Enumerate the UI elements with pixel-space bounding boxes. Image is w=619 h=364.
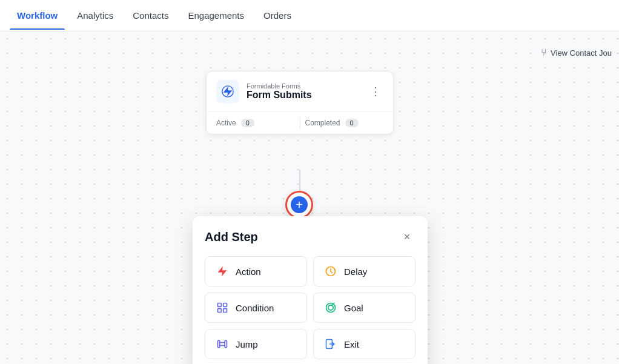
completed-label: Completed xyxy=(305,119,340,127)
stat-divider xyxy=(300,117,300,129)
view-contact-journey-button[interactable]: ⑂ View Contact Jou xyxy=(534,44,619,62)
card-footer: Active 0 Completed 0 xyxy=(207,111,393,134)
jump-icon xyxy=(215,337,230,351)
workflow-canvas: ⑂ View Contact Jou Formidable Forms Form… xyxy=(0,31,619,364)
workflow-card: Formidable Forms Form Submits ⋮ Active 0… xyxy=(206,71,394,134)
card-menu-button[interactable]: ⋮ xyxy=(368,82,383,101)
step-options-grid: Action Delay xyxy=(205,256,415,359)
svg-point-7 xyxy=(326,303,336,313)
goal-label: Goal xyxy=(344,303,363,313)
delay-step-button[interactable]: Delay xyxy=(313,256,415,286)
svg-rect-10 xyxy=(225,340,227,348)
delay-label: Delay xyxy=(344,266,367,277)
modal-close-button[interactable]: × xyxy=(399,228,415,245)
nav-workflow[interactable]: Workflow xyxy=(10,2,65,29)
exit-step-button[interactable]: Exit xyxy=(313,329,415,359)
card-header: Formidable Forms Form Submits ⋮ xyxy=(207,71,393,111)
delay-icon xyxy=(323,264,338,279)
action-step-button[interactable]: Action xyxy=(205,256,307,286)
action-icon xyxy=(215,264,230,279)
card-title: Form Submits xyxy=(247,90,360,101)
jump-step-button[interactable]: Jump xyxy=(205,329,307,359)
add-step-button[interactable]: + xyxy=(285,191,313,219)
card-subtitle: Formidable Forms xyxy=(247,82,360,90)
add-step-modal: Add Step × Action xyxy=(193,216,428,364)
condition-label: Condition xyxy=(236,303,274,313)
plus-icon: + xyxy=(291,196,308,213)
completed-stat: Completed 0 xyxy=(305,119,384,127)
svg-rect-6 xyxy=(223,309,227,313)
exit-icon xyxy=(323,337,338,351)
fork-icon: ⑂ xyxy=(541,47,547,58)
completed-count: 0 xyxy=(345,119,359,127)
condition-icon xyxy=(215,300,230,315)
svg-rect-9 xyxy=(218,340,220,348)
jump-label: Jump xyxy=(236,339,258,349)
nav-engagements[interactable]: Engagements xyxy=(180,2,251,29)
card-icon xyxy=(216,80,239,103)
active-count: 0 xyxy=(241,119,254,127)
modal-title: Add Step xyxy=(205,230,258,244)
active-stat: Active 0 xyxy=(216,119,295,127)
svg-point-8 xyxy=(328,305,333,310)
exit-label: Exit xyxy=(344,339,359,349)
view-contact-label: View Contact Jou xyxy=(551,48,612,58)
goal-icon xyxy=(323,300,338,315)
svg-rect-5 xyxy=(218,309,222,313)
modal-header: Add Step × xyxy=(205,228,415,245)
active-label: Active xyxy=(216,119,236,127)
condition-step-button[interactable]: Condition xyxy=(205,293,307,323)
svg-rect-4 xyxy=(223,303,227,307)
goal-step-button[interactable]: Goal xyxy=(313,293,415,323)
svg-rect-3 xyxy=(218,303,222,307)
nav-contacts[interactable]: Contacts xyxy=(125,2,176,29)
nav-orders[interactable]: Orders xyxy=(256,2,299,29)
card-text: Formidable Forms Form Submits xyxy=(247,82,360,101)
top-nav: Workflow Analytics Contacts Engagements … xyxy=(0,0,619,31)
action-label: Action xyxy=(236,266,261,277)
nav-analytics[interactable]: Analytics xyxy=(70,2,121,29)
